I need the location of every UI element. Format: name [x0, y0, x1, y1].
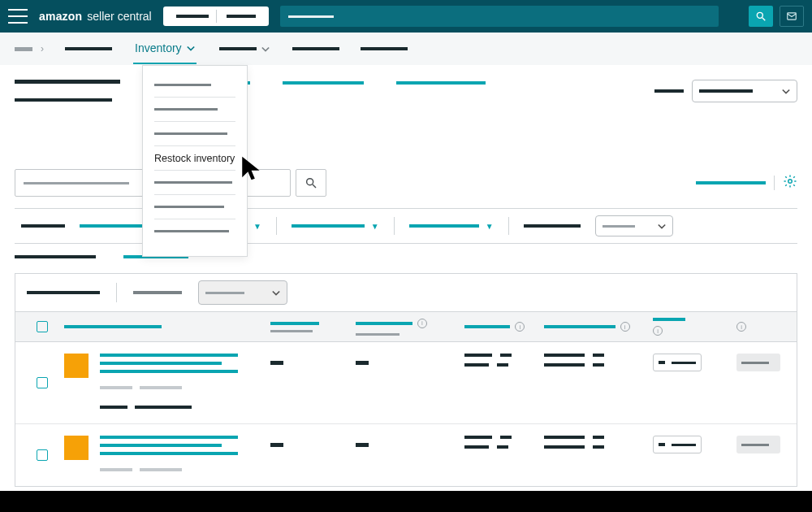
cell-value [464, 436, 543, 475]
label [654, 89, 684, 93]
view-selector[interactable] [692, 80, 797, 102]
menu-item[interactable] [154, 194, 235, 219]
gear-icon [783, 174, 797, 189]
page-tab[interactable] [283, 81, 364, 85]
brand-amazon: amazon [39, 10, 82, 23]
cell-value [544, 436, 654, 475]
column-header[interactable] [356, 322, 412, 325]
column-header[interactable] [270, 322, 319, 325]
page-tab[interactable] [396, 81, 486, 85]
row-action-select[interactable] [653, 436, 702, 453]
inventory-dropdown-menu: Restock inventory [142, 65, 248, 257]
info-icon[interactable]: i [653, 326, 663, 336]
menu-item[interactable] [154, 170, 235, 194]
product-title[interactable] [100, 354, 238, 412]
sub-tab[interactable] [15, 255, 96, 258]
row-action-select[interactable] [653, 354, 702, 371]
chevron-down-icon [261, 42, 270, 55]
nav-item[interactable] [292, 47, 339, 50]
mail-icon [786, 11, 797, 22]
page-subtitle [15, 98, 112, 102]
chevron-down-icon [272, 285, 280, 300]
page-title [15, 80, 120, 84]
cell-value [270, 443, 283, 447]
nav-inventory[interactable]: Inventory [133, 33, 197, 64]
menu-item-label: Restock inventory [154, 153, 235, 164]
nav-item[interactable] [361, 47, 408, 50]
filter-dropdown[interactable]: ▼ [409, 222, 494, 231]
menu-item[interactable] [154, 97, 235, 121]
svg-line-4 [313, 184, 316, 188]
svg-point-0 [757, 12, 762, 18]
brand-seller-central: seller central [87, 10, 151, 23]
filter-select[interactable] [595, 215, 673, 236]
global-search-button[interactable] [749, 6, 773, 27]
link[interactable] [696, 181, 766, 184]
filter-bar: ▼ ▼ ▼ ▼ [15, 208, 797, 244]
column-header[interactable] [544, 325, 615, 328]
select-all-checkbox[interactable] [37, 321, 48, 332]
product-thumbnail[interactable] [64, 436, 89, 460]
nav-inventory-label: Inventory [135, 41, 182, 54]
chevron-down-icon [782, 84, 790, 98]
search-icon [304, 176, 317, 189]
product-thumbnail[interactable] [64, 354, 89, 378]
info-icon[interactable]: i [736, 322, 746, 332]
brand-logo[interactable]: amazon seller central [39, 10, 152, 23]
filter-label [524, 224, 581, 228]
search-icon [755, 11, 767, 22]
row-checkbox[interactable] [37, 449, 48, 461]
page-content: ▼ ▼ ▼ ▼ i i [0, 65, 812, 487]
svg-line-1 [762, 18, 766, 21]
menu-item-restock-inventory[interactable]: Restock inventory [154, 145, 235, 170]
row-checkbox[interactable] [37, 377, 48, 388]
info-icon[interactable]: i [515, 322, 525, 332]
menu-icon[interactable] [8, 9, 28, 24]
cell-value [356, 443, 369, 447]
settings-button[interactable] [783, 174, 797, 192]
nav-item[interactable] [65, 47, 112, 50]
filter-label [21, 224, 65, 228]
chevron-right-icon: › [41, 43, 44, 54]
bulk-action-link[interactable] [27, 291, 100, 294]
video-letterbox [0, 491, 812, 512]
menu-item[interactable] [154, 219, 235, 243]
filter-dropdown[interactable]: ▼ [292, 222, 379, 231]
cell-value [464, 354, 543, 412]
nav-item[interactable] [218, 34, 271, 63]
table-row [15, 342, 797, 423]
info-icon[interactable]: i [620, 322, 630, 332]
row-action-button[interactable] [736, 436, 780, 453]
top-header: amazon seller central [0, 0, 812, 33]
svg-point-3 [307, 179, 313, 185]
chevron-down-icon [658, 219, 666, 233]
inventory-table: i i i i i [15, 273, 797, 487]
breadcrumb: › [15, 43, 44, 54]
column-header[interactable] [64, 325, 162, 328]
menu-item[interactable] [154, 72, 235, 97]
messages-button[interactable] [780, 6, 804, 27]
column-header: i [736, 312, 785, 341]
cursor-icon [239, 154, 266, 185]
info-icon[interactable]: i [417, 319, 427, 328]
chevron-down-icon [187, 41, 195, 54]
table-row [15, 423, 797, 486]
column-header[interactable] [653, 318, 685, 321]
inventory-search-button[interactable] [296, 169, 326, 197]
cell-value [270, 361, 283, 365]
secondary-nav: › Inventory [0, 33, 812, 65]
product-title[interactable] [100, 436, 238, 475]
account-selector[interactable] [163, 7, 269, 26]
bulk-action-select[interactable] [198, 280, 287, 305]
row-action-button[interactable] [736, 354, 780, 371]
svg-point-5 [788, 180, 793, 184]
bulk-action-link[interactable] [133, 291, 182, 294]
table-header-row: i i i i i [15, 311, 797, 342]
cell-value [356, 361, 369, 365]
column-header[interactable] [464, 325, 510, 328]
global-search-input[interactable] [280, 6, 719, 27]
cell-value [544, 354, 654, 412]
menu-item[interactable] [154, 121, 235, 145]
